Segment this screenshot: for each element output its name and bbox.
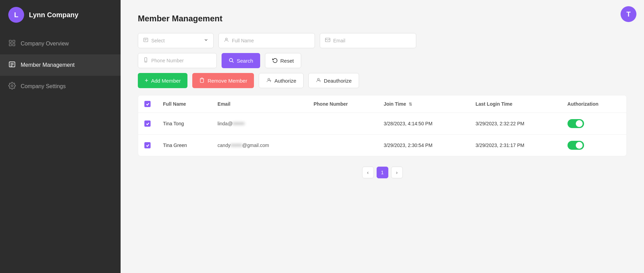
company-name: Lynn Company — [29, 11, 79, 19]
phone-filter[interactable] — [138, 53, 217, 68]
row1-last-login: 3/29/2023, 2:32:22 PM — [469, 113, 561, 135]
svg-point-15 — [145, 61, 146, 61]
sidebar-item-label: Member Management — [21, 62, 75, 68]
filters-row-2: Search Reset — [138, 53, 627, 68]
authorize-button[interactable]: Authorize — [259, 73, 303, 88]
svg-point-12 — [225, 38, 227, 40]
sidebar-item-member-management[interactable]: Member Management — [0, 54, 121, 76]
row2-checkbox-cell — [138, 135, 157, 156]
row2-authorization — [561, 135, 626, 156]
select-filter[interactable]: Select — [138, 33, 214, 48]
deauthorize-label: Deauthorize — [324, 78, 352, 84]
remove-member-label: Remove Member — [207, 78, 247, 84]
header-email: Email — [211, 95, 307, 113]
svg-point-18 — [268, 78, 270, 80]
row1-email-visible: linda@ — [217, 121, 233, 126]
row1-fullname: Tina Tong — [157, 113, 211, 135]
sidebar-item-label: Company Overview — [21, 41, 69, 47]
email-icon — [325, 37, 330, 44]
authorize-icon — [266, 77, 272, 84]
row1-email: linda@••••••• — [211, 113, 307, 135]
page-1-button[interactable]: 1 — [377, 167, 388, 178]
svg-rect-2 — [9, 44, 11, 46]
member-icon — [8, 61, 16, 70]
row1-authorization — [561, 113, 626, 135]
header-authorization: Authorization — [561, 95, 626, 113]
header-checkbox-col — [138, 95, 157, 113]
phone-icon — [143, 57, 149, 64]
header-fullname: Full Name — [157, 95, 211, 113]
sidebar-header: L Lynn Company — [0, 0, 121, 30]
filters-row-1: Select — [138, 33, 627, 48]
table-row: Tina Tong linda@••••••• 3/28/2023, 4:14:… — [138, 113, 626, 135]
trash-icon — [199, 77, 205, 84]
row2-fullname: Tina Green — [157, 135, 211, 156]
row1-toggle[interactable] — [568, 119, 584, 128]
sidebar-item-label: Company Settings — [21, 83, 66, 90]
row2-toggle[interactable] — [568, 141, 584, 150]
search-label: Search — [237, 58, 253, 64]
actions-row: + Add Member Remove Member — [138, 73, 627, 88]
row2-phone — [307, 135, 377, 156]
svg-rect-0 — [9, 40, 11, 42]
sidebar-item-company-settings[interactable]: Company Settings — [0, 76, 121, 97]
prev-page-button[interactable]: ‹ — [362, 167, 374, 178]
phone-input[interactable] — [151, 58, 212, 63]
sidebar-item-company-overview[interactable]: Company Overview — [0, 33, 121, 54]
row1-phone — [307, 113, 377, 135]
row2-email-visible: candy — [217, 143, 230, 148]
company-avatar: L — [8, 7, 24, 23]
chevron-down-icon — [204, 38, 208, 44]
row1-join-time: 3/28/2023, 4:14:50 PM — [377, 113, 469, 135]
reset-label: Reset — [280, 58, 294, 64]
row1-email-blur: ••••••• — [233, 121, 244, 126]
header-join-time[interactable]: Join Time ⇅ — [377, 95, 469, 113]
top-right-avatar[interactable]: T — [621, 6, 636, 22]
row2-join-time: 3/29/2023, 2:30:54 PM — [377, 135, 469, 156]
svg-line-17 — [232, 61, 234, 63]
fullname-input[interactable] — [232, 38, 310, 43]
sidebar: L Lynn Company Company Overview — [0, 0, 121, 273]
svg-point-16 — [229, 58, 233, 61]
select-all-checkbox[interactable] — [144, 101, 151, 107]
add-member-button[interactable]: + Add Member — [138, 73, 187, 88]
search-button[interactable]: Search — [222, 53, 260, 68]
plus-icon: + — [145, 77, 149, 84]
add-member-label: Add Member — [151, 78, 181, 84]
row1-checkbox-cell — [138, 113, 157, 135]
sidebar-nav: Company Overview Member Management — [0, 30, 121, 101]
select-input[interactable]: Select — [151, 38, 201, 43]
reset-button[interactable]: Reset — [265, 53, 301, 68]
table-row: Tina Green candy•••••••@gmail.com 3/29/2… — [138, 135, 626, 156]
sort-icon: ⇅ — [409, 102, 412, 107]
row1-checkbox[interactable] — [144, 120, 151, 127]
remove-member-button[interactable]: Remove Member — [192, 73, 254, 88]
deauthorize-button[interactable]: Deauthorize — [308, 73, 359, 88]
email-filter[interactable] — [320, 33, 416, 48]
pagination: ‹ 1 › — [138, 167, 627, 178]
reset-icon — [272, 57, 278, 64]
authorize-label: Authorize — [274, 78, 296, 84]
row2-email: candy•••••••@gmail.com — [211, 135, 307, 156]
fullname-filter[interactable] — [218, 33, 315, 48]
svg-rect-1 — [13, 40, 15, 42]
row2-email-blur: ••••••• — [231, 143, 242, 148]
header-phone: Phone Number — [307, 95, 377, 113]
next-page-button[interactable]: › — [391, 167, 403, 178]
settings-icon — [8, 82, 16, 91]
deauthorize-icon — [316, 77, 321, 84]
page-title: Member Management — [138, 14, 627, 23]
search-icon — [228, 57, 234, 64]
svg-rect-3 — [13, 44, 15, 46]
svg-point-8 — [11, 85, 13, 87]
select-icon — [143, 37, 149, 44]
main-content: Member Management Select — [121, 0, 644, 273]
overview-icon — [8, 39, 16, 48]
row2-email-suffix: @gmail.com — [242, 143, 269, 148]
person-icon — [224, 37, 229, 44]
members-table: Full Name Email Phone Number Join Time ⇅… — [138, 95, 627, 156]
email-input[interactable] — [333, 38, 411, 43]
row2-checkbox[interactable] — [144, 142, 151, 148]
svg-point-21 — [317, 78, 319, 80]
header-last-login: Last Login Time — [469, 95, 561, 113]
